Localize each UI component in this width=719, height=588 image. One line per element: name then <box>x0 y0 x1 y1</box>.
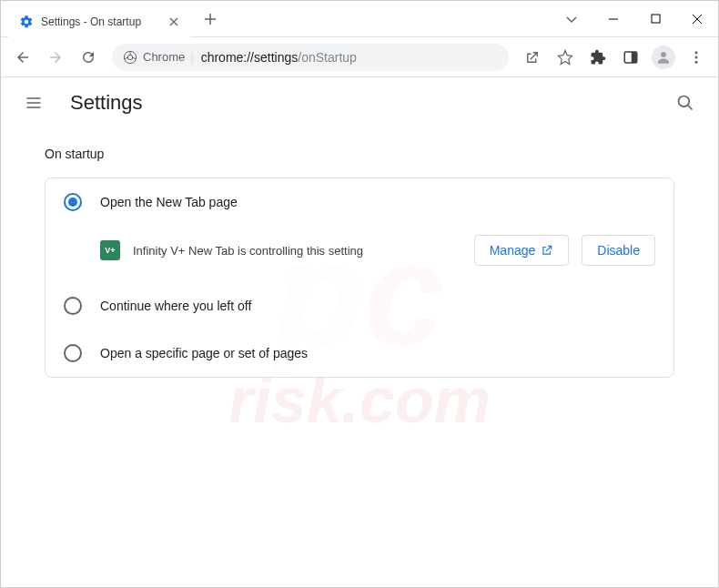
radio-unselected-icon[interactable] <box>64 297 82 315</box>
chevron-down-icon[interactable] <box>551 1 592 37</box>
site-info-chip[interactable]: Chrome | <box>123 50 194 65</box>
secure-label: Chrome <box>143 50 185 64</box>
svg-point-5 <box>661 52 666 57</box>
option-label: Open the New Tab page <box>100 195 238 209</box>
extension-badge-icon: V+ <box>100 240 120 260</box>
disable-label: Disable <box>597 243 640 258</box>
section-title: On startup <box>45 147 674 161</box>
address-bar[interactable]: Chrome | chrome://settings/onStartup <box>112 44 509 71</box>
manage-label: Manage <box>490 243 536 258</box>
page-title: Settings <box>70 91 143 115</box>
close-window-button[interactable] <box>676 1 718 37</box>
close-tab-icon[interactable] <box>167 15 181 29</box>
browser-tab[interactable]: Settings - On startup <box>8 6 190 37</box>
svg-rect-0 <box>652 15 660 23</box>
kebab-menu-icon[interactable] <box>682 43 711 72</box>
extension-controlling-row: V+ Infinity V+ New Tab is controlling th… <box>46 226 673 282</box>
titlebar: Settings - On startup <box>1 1 718 37</box>
startup-options-card: Open the New Tab page V+ Infinity V+ New… <box>45 177 674 378</box>
profile-avatar[interactable] <box>649 43 678 72</box>
option-specific-pages[interactable]: Open a specific page or set of pages <box>46 329 673 377</box>
bookmark-star-icon[interactable] <box>551 43 580 72</box>
svg-point-7 <box>695 56 698 58</box>
extensions-icon[interactable] <box>583 43 613 72</box>
new-tab-button[interactable] <box>197 6 223 32</box>
option-open-new-tab[interactable]: Open the New Tab page <box>46 178 673 226</box>
open-external-icon <box>541 244 553 257</box>
svg-point-9 <box>679 96 690 107</box>
side-panel-icon[interactable] <box>616 43 645 72</box>
radio-unselected-icon[interactable] <box>64 344 82 362</box>
window-controls <box>551 1 718 37</box>
svg-point-6 <box>695 51 698 54</box>
tab-title: Settings - On startup <box>41 15 159 28</box>
disable-button[interactable]: Disable <box>582 235 655 266</box>
url-text: chrome://settings/onStartup <box>201 50 357 65</box>
svg-point-2 <box>127 55 132 59</box>
share-icon[interactable] <box>518 43 547 72</box>
reload-button[interactable] <box>74 43 103 72</box>
settings-content: On startup Open the New Tab page V+ Infi… <box>1 128 718 396</box>
avatar-icon <box>652 46 675 69</box>
back-button[interactable] <box>8 43 37 72</box>
option-label: Continue where you left off <box>100 299 251 313</box>
settings-header: Settings <box>1 77 718 128</box>
svg-rect-4 <box>632 52 637 63</box>
browser-toolbar: Chrome | chrome://settings/onStartup <box>1 37 718 77</box>
forward-button[interactable] <box>41 43 70 72</box>
radio-selected-icon[interactable] <box>64 193 82 211</box>
option-label: Open a specific page or set of pages <box>100 346 308 360</box>
hamburger-menu-icon[interactable] <box>15 85 52 121</box>
search-icon[interactable] <box>667 85 704 121</box>
controlling-text: Infinity V+ New Tab is controlling this … <box>133 244 461 258</box>
svg-point-8 <box>695 60 698 63</box>
option-continue[interactable]: Continue where you left off <box>46 282 673 329</box>
settings-gear-icon <box>19 15 34 29</box>
manage-button[interactable]: Manage <box>474 235 570 266</box>
maximize-button[interactable] <box>634 1 676 37</box>
minimize-button[interactable] <box>592 1 634 37</box>
